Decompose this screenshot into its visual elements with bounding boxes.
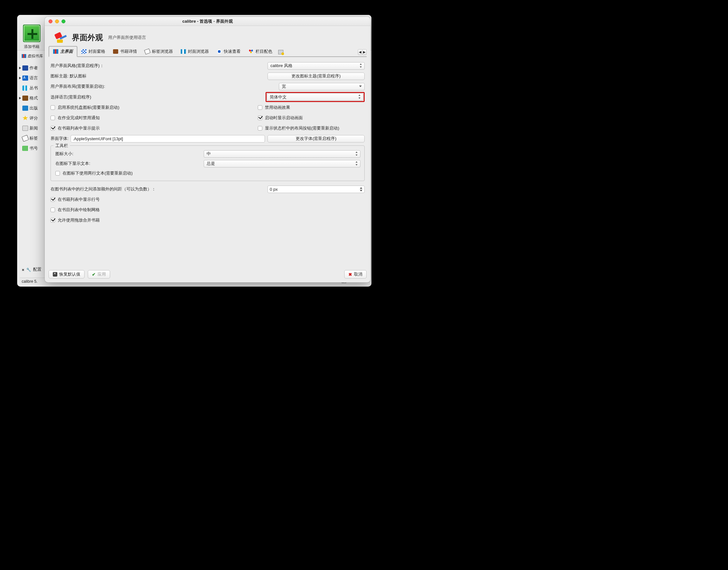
sidebar-item-label: 作者	[29, 65, 38, 71]
language-select[interactable]: 简体中文	[267, 93, 363, 101]
dialog-heading: 界面外观	[72, 32, 103, 43]
style-value: calibre 风格	[270, 63, 292, 69]
main-sidebar: 作者 语言 丛书 格式 出版 评分 新闻 标签 书号	[19, 63, 45, 153]
zoom-window-button[interactable]	[61, 19, 65, 23]
checkbox-layout-buttons[interactable]: 显示状态栏中的布局按钮(需要重新启动)	[258, 125, 339, 131]
virtual-library-button[interactable]: 虚拟书库	[22, 53, 43, 59]
sidebar-item-identifier[interactable]: 书号	[19, 143, 45, 153]
sidebar-item-news[interactable]: 新闻	[19, 123, 45, 133]
palette-icon	[248, 49, 254, 54]
btn-label: 恢复默认值	[59, 271, 80, 277]
tab-scroll-right[interactable]: ▶	[362, 49, 367, 55]
checkbox-label: 在图标下使用两行文本(需要重新启动)	[62, 170, 133, 176]
identifier-icon	[22, 146, 28, 151]
apply-button[interactable]: ✔应用	[88, 270, 110, 279]
preferences-dialog: calibre - 首选项 - 界面外观 界面外观 用户界面所使用语言 主界面 …	[45, 17, 370, 282]
font-input[interactable]: .AppleSystemUIFont [13pt]	[71, 135, 265, 142]
tab-cover-grid[interactable]: 封面窗格	[77, 47, 109, 56]
version-label: calibre 5.	[22, 279, 38, 284]
checkbox-two-line[interactable]: 在图标下使用两行文本(需要重新启动)	[55, 170, 133, 176]
tab-book-details[interactable]: 书籍详情	[109, 47, 141, 56]
tab-scroll-left[interactable]: ◀	[358, 49, 362, 55]
btn-label: 更改图标主题(需重启程序)	[292, 73, 341, 79]
form-area: 用户界面风格(需重启程序)： calibre 风格 图标主题: 默认图标 更改图…	[45, 57, 370, 228]
layout-value: 宽	[282, 83, 286, 89]
sidebar-item-rating[interactable]: 评分	[19, 113, 45, 123]
checkbox-label: 在作业完成时禁用通知	[58, 115, 100, 121]
icon-text-label: 在图标下显示文本:	[55, 161, 204, 167]
close-icon: ✖	[348, 272, 352, 277]
tag-icon	[22, 135, 29, 141]
btn-label: 应用	[97, 271, 106, 277]
checkbox-label: 在书籍列表中显示提示	[58, 125, 100, 131]
tab-extra[interactable]	[276, 48, 285, 56]
toolbar-legend: 工具栏	[53, 143, 70, 149]
config-label: 配置	[33, 267, 41, 272]
tab-bar: 主界面 封面窗格 书籍详情 标签浏览器 封面浏览器 快速查看 栏目配色 ◀▶	[49, 47, 367, 57]
tab-label: 封面浏览器	[188, 49, 209, 54]
change-icon-theme-button[interactable]: 更改图标主题(需重启程序)	[268, 72, 365, 80]
sidebar-item-publisher[interactable]: 出版	[19, 103, 45, 113]
style-select[interactable]: calibre 风格	[268, 62, 365, 70]
check-icon: ✔	[92, 272, 95, 277]
change-font-button[interactable]: 更改字体(需重启程序)	[268, 135, 365, 142]
checkbox-row-number[interactable]: 在书籍列表中显示行号	[50, 197, 100, 203]
layout-select[interactable]: 宽	[279, 83, 365, 90]
icon-theme-label: 图标主题: 默认图标	[50, 73, 86, 79]
font-value: .AppleSystemUIFont [13pt]	[73, 136, 123, 141]
tab-label: 快速查看	[224, 49, 241, 54]
icon-size-select[interactable]: 中	[204, 150, 360, 158]
add-books-label: 添加书籍	[20, 44, 43, 49]
config-button[interactable]: 配置	[22, 267, 41, 272]
sidebar-item-label: 格式	[29, 95, 38, 101]
sidebar-item-label: 评分	[29, 115, 38, 121]
author-icon	[22, 65, 28, 71]
language-label: 选择语言(需重启程序)	[50, 94, 91, 100]
checkbox-splash[interactable]: 启动时显示启动画面	[258, 115, 303, 121]
checkbox-drag-merge[interactable]: 允许使用拖放合并书籍	[50, 217, 100, 223]
tab-column-color[interactable]: 栏目配色	[245, 47, 276, 56]
sidebar-item-label: 出版	[29, 105, 38, 111]
row-spacing-spinbox[interactable]: 0 px	[268, 186, 365, 193]
checkbox-notifications[interactable]: 在作业完成时禁用通知	[50, 115, 258, 121]
tab-quickview[interactable]: 快速查看	[213, 47, 245, 56]
grid-icon	[81, 49, 86, 54]
close-window-button[interactable]	[49, 19, 52, 23]
sidebar-item-tag[interactable]: 标签	[19, 133, 45, 143]
checkbox-label: 显示状态栏中的布局按钮(需要重新启动)	[265, 125, 339, 131]
sidebar-item-label: 语言	[29, 75, 38, 81]
language-value: 简体中文	[270, 94, 287, 100]
checkbox-label: 在书目列表中绘制网格	[58, 207, 100, 213]
virtual-library-label: 虚拟书库	[28, 54, 43, 58]
eye-icon	[217, 49, 222, 54]
tab-cover-browser[interactable]: 封面浏览器	[177, 47, 213, 56]
book-icon	[113, 49, 118, 54]
icon-text-select[interactable]: 总是	[204, 160, 360, 168]
cancel-button[interactable]: ✖取消	[344, 270, 367, 279]
layout-label: 用户界面布局(需要重新启动):	[50, 83, 105, 89]
minimize-window-button[interactable]	[55, 19, 59, 23]
tab-label: 主界面	[60, 49, 73, 54]
checkbox-label: 禁用动画效果	[265, 104, 290, 110]
checkbox-tray[interactable]: 启用系统托盘图标(需要重新启动)	[50, 104, 258, 110]
sidebar-item-label: 丛书	[29, 85, 38, 91]
sidebar-item-series[interactable]: 丛书	[19, 83, 45, 93]
add-books-button[interactable]	[23, 25, 40, 42]
sidebar-item-format[interactable]: 格式	[19, 93, 45, 103]
dialog-footer: 恢复默认值 ✔应用 ✖取消	[49, 270, 367, 279]
checkbox-label: 在书籍列表中显示行号	[58, 197, 100, 203]
tab-scroll[interactable]: ◀▶	[358, 49, 367, 55]
row-spacing-value: 0 px	[270, 187, 278, 192]
tab-main-interface[interactable]: 主界面	[49, 46, 77, 57]
sidebar-item-language[interactable]: 语言	[19, 73, 45, 83]
checkbox-grid[interactable]: 在书目列表中绘制网格	[50, 207, 100, 213]
sidebar-item-author[interactable]: 作者	[19, 63, 45, 73]
news-icon	[22, 126, 28, 131]
rating-icon	[22, 115, 28, 121]
checkbox-animation[interactable]: 禁用动画效果	[258, 104, 290, 110]
tab-tag-browser[interactable]: 标签浏览器	[141, 47, 177, 56]
checkbox-tooltip[interactable]: 在书籍列表中显示提示	[50, 125, 258, 131]
misc-icon	[278, 50, 283, 54]
restore-defaults-button[interactable]: 恢复默认值	[49, 270, 84, 279]
toolbar-group: 工具栏 图标大小: 中 在图标下显示文本: 总是 在图标下使用两行文本(需要重新…	[50, 146, 365, 181]
